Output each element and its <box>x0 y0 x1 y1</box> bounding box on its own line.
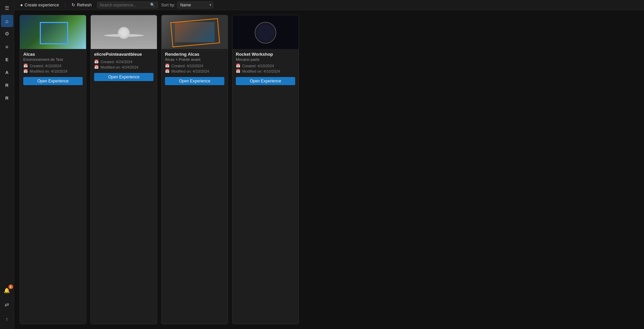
create-icon: ● <box>20 2 23 7</box>
refresh-button[interactable]: ↻ Refresh <box>68 1 95 8</box>
sidebar-item-e[interactable]: E <box>1 53 13 66</box>
search-box: 🔍 <box>97 2 158 8</box>
sort-label: Sort by: <box>161 3 175 7</box>
refresh-label: Refresh <box>77 3 92 7</box>
card-thumbnail-alcas <box>20 15 86 49</box>
open-experience-button-rocket[interactable]: Open Experience <box>236 77 295 85</box>
card-thumbnail-elicre <box>91 15 157 49</box>
sidebar-item-notifications[interactable]: 🔔 2 <box>1 284 13 297</box>
card-meta-modified-rocket: 📅 Modified on: 4/10/2024 <box>236 69 295 73</box>
calendar-icon: 📅 <box>94 59 99 64</box>
modified-icon: 📅 <box>165 69 170 73</box>
card-title-alcas: Alcas <box>23 52 83 57</box>
sidebar-item-home[interactable]: ⌂ <box>1 15 13 27</box>
list-icon: ≡ <box>5 44 8 50</box>
experience-card-rocket: Rocket Workshop Mecano parts 📅 Created: … <box>232 15 299 324</box>
card-meta-modified-rendering: 📅 Modified on: 4/10/2024 <box>165 69 224 73</box>
sidebar: ☰ ⌂ ⚙ ≡ E A R R 🔔 2 ⇄ ↑ <box>0 0 14 329</box>
calendar-icon: 📅 <box>23 64 28 68</box>
card-subtitle-rocket: Mecano parts <box>236 57 295 61</box>
card-meta-created-elicre: 📅 Created: 4/24/2024 <box>94 59 153 64</box>
sidebar-item-list[interactable]: ≡ <box>1 41 13 53</box>
card-meta-modified-elicre: 📅 Modified on: 4/24/2024 <box>94 65 153 69</box>
sidebar-item-r2[interactable]: R <box>1 92 13 104</box>
sidebar-letter-e: E <box>5 57 8 62</box>
card-meta-created-rendering: 📅 Created: 4/10/2024 <box>165 64 224 68</box>
sidebar-letter-r2: R <box>5 96 8 101</box>
sort-select[interactable]: Name Date Created Date Modified <box>177 2 213 8</box>
share-icon: ⇄ <box>5 302 9 308</box>
experience-card-rendering: Rendering Alcas Alcas + Pointe avant 📅 C… <box>161 15 228 324</box>
sidebar-item-r[interactable]: R <box>1 79 13 91</box>
card-content-rendering: Rendering Alcas Alcas + Pointe avant 📅 C… <box>162 49 228 324</box>
search-input[interactable] <box>100 3 150 7</box>
sidebar-letter-a: A <box>5 70 8 75</box>
sidebar-item-share[interactable]: ⇄ <box>1 299 13 311</box>
card-meta-created-rocket: 📅 Created: 4/10/2024 <box>236 64 295 68</box>
card-title-elicre: elicrePointeavantbleue <box>94 52 153 57</box>
refresh-icon: ↻ <box>72 2 75 7</box>
card-content-alcas: Alcas Environnement de Test 📅 Created: 4… <box>20 49 86 324</box>
card-title-rendering: Rendering Alcas <box>165 52 224 57</box>
experience-card-elicre: elicrePointeavantbleue 📅 Created: 4/24/2… <box>90 15 157 324</box>
card-meta-created-alcas: 📅 Created: 4/10/2024 <box>23 64 83 68</box>
upload-icon: ↑ <box>6 316 8 322</box>
sidebar-item-settings[interactable]: ⚙ <box>1 28 13 40</box>
calendar-icon: 📅 <box>236 64 241 68</box>
experience-grid: Alcas Environnement de Test 📅 Created: 4… <box>14 10 644 329</box>
search-icon: 🔍 <box>150 3 155 7</box>
sidebar-item-a[interactable]: A <box>1 66 13 78</box>
card-subtitle-alcas: Environnement de Test <box>23 57 83 61</box>
open-experience-button-rendering[interactable]: Open Experience <box>165 77 224 85</box>
create-experience-button[interactable]: ● Create experience <box>17 1 62 8</box>
notification-badge: 2 <box>8 284 13 289</box>
main-content: ● Create experience ↻ Refresh 🔍 Sort by:… <box>14 0 644 329</box>
menu-icon: ☰ <box>5 5 9 11</box>
card-content-rocket: Rocket Workshop Mecano parts 📅 Created: … <box>232 49 299 324</box>
settings-icon: ⚙ <box>5 31 9 37</box>
card-subtitle-rendering: Alcas + Pointe avant <box>165 57 224 61</box>
open-experience-button-elicre[interactable]: Open Experience <box>94 73 153 81</box>
sort-wrapper: Name Date Created Date Modified <box>177 2 213 8</box>
modified-icon: 📅 <box>23 69 28 73</box>
card-content-elicre: elicrePointeavantbleue 📅 Created: 4/24/2… <box>91 49 157 324</box>
sidebar-item-upload[interactable]: ↑ <box>1 313 13 325</box>
experience-card-alcas: Alcas Environnement de Test 📅 Created: 4… <box>20 15 86 324</box>
sidebar-letter-r: R <box>5 83 8 88</box>
modified-icon: 📅 <box>236 69 241 73</box>
create-experience-label: Create experience <box>25 3 59 7</box>
card-meta-modified-alcas: 📅 Modified on: 4/10/2024 <box>23 69 83 73</box>
modified-icon: 📅 <box>94 65 99 69</box>
home-icon: ⌂ <box>5 18 8 24</box>
toolbar-separator-1 <box>65 2 65 8</box>
card-thumbnail-rocket <box>232 15 299 49</box>
calendar-icon: 📅 <box>165 64 170 68</box>
card-title-rocket: Rocket Workshop <box>236 52 295 57</box>
toolbar: ● Create experience ↻ Refresh 🔍 Sort by:… <box>14 0 644 10</box>
card-thumbnail-rendering <box>162 15 228 49</box>
open-experience-button-alcas[interactable]: Open Experience <box>23 77 83 85</box>
sidebar-item-menu[interactable]: ☰ <box>1 2 13 14</box>
